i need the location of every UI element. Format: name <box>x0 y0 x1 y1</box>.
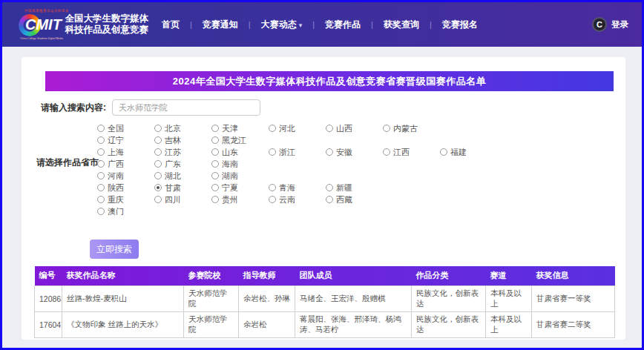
province-option[interactable]: 福建 <box>440 147 497 158</box>
radio-icon[interactable] <box>269 184 276 191</box>
province-option[interactable]: 海南 <box>211 159 269 170</box>
province-name: 陕西 <box>108 182 124 194</box>
province-option[interactable]: 山西 <box>326 123 383 134</box>
radio-icon[interactable] <box>154 148 162 156</box>
province-option[interactable]: 河北 <box>269 123 326 134</box>
radio-icon[interactable] <box>97 136 105 144</box>
province-option[interactable]: 贵州 <box>211 194 269 205</box>
nav-item-6[interactable]: 竞赛报名 <box>442 19 478 31</box>
radio-icon[interactable] <box>211 196 219 203</box>
province-option[interactable]: 湖南 <box>211 171 269 182</box>
table-cell: 天水师范学院 <box>184 311 239 337</box>
nav-item-5[interactable]: 获奖查询 <box>384 19 419 31</box>
province-row: 辽宁吉林黑龙江 <box>97 134 497 146</box>
radio-icon[interactable] <box>211 136 219 144</box>
province-option[interactable]: 陕西 <box>97 182 154 194</box>
nav-item-4[interactable]: 竞赛作品 <box>325 19 361 31</box>
province-name: 吉林 <box>165 135 181 146</box>
nav-separator: | <box>190 20 192 29</box>
province-name: 广西 <box>108 159 124 170</box>
province-option[interactable]: 北京 <box>154 123 211 134</box>
avatar[interactable]: C <box>592 17 607 32</box>
radio-icon[interactable] <box>97 148 105 156</box>
province-row: 广西广东海南 <box>97 158 497 170</box>
table-body: 120863丝路-敦煌-麦积山天水师范学院余岩松、孙琳马绪全、王宏洋、殷赠棋民族… <box>35 285 615 337</box>
province-option[interactable]: 湖北 <box>154 171 211 182</box>
province-option[interactable]: 云南 <box>269 194 326 205</box>
radio-icon[interactable] <box>97 184 105 191</box>
province-option[interactable]: 安徽 <box>326 147 383 158</box>
search-input[interactable] <box>112 99 260 116</box>
province-option[interactable]: 澳门 <box>97 206 154 217</box>
province-name: 福建 <box>450 147 467 158</box>
nav-item-3[interactable]: 大赛动态▾ <box>261 19 303 31</box>
radio-icon[interactable] <box>154 125 162 132</box>
province-option[interactable]: 江苏 <box>154 147 211 158</box>
nav-item-1[interactable]: 首页 <box>162 19 180 31</box>
radio-icon[interactable] <box>383 148 390 156</box>
radio-icon[interactable] <box>326 184 333 191</box>
province-option[interactable]: 河南 <box>97 171 154 182</box>
radio-icon[interactable] <box>326 196 333 203</box>
radio-icon[interactable] <box>97 208 105 215</box>
radio-icon[interactable] <box>211 172 219 179</box>
province-option[interactable]: 宁夏 <box>211 182 269 194</box>
radio-icon[interactable] <box>154 136 162 144</box>
radio-icon[interactable] <box>211 184 219 191</box>
province-option[interactable]: 新疆 <box>326 182 383 194</box>
radio-icon[interactable] <box>97 172 105 179</box>
radio-icon[interactable] <box>154 160 162 168</box>
nav-separator: | <box>249 20 251 29</box>
radio-icon[interactable] <box>211 160 219 168</box>
province-option[interactable]: 全国 <box>97 123 154 134</box>
radio-icon[interactable] <box>154 196 162 203</box>
radio-icon[interactable] <box>97 125 105 132</box>
province-option[interactable]: 甘肃 <box>154 182 211 194</box>
province-option[interactable]: 江西 <box>383 147 440 158</box>
column-header: 获奖作品名称 <box>62 266 184 285</box>
province-option[interactable]: 青海 <box>269 182 326 194</box>
radio-icon[interactable] <box>97 196 105 203</box>
nav-item-2[interactable]: 竞赛通知 <box>203 19 238 31</box>
search-label: 请输入搜索内容: <box>41 102 106 114</box>
radio-icon[interactable] <box>440 148 447 156</box>
province-option[interactable]: 西藏 <box>326 194 383 205</box>
province-option[interactable]: 四川 <box>154 194 211 205</box>
column-header: 编号 <box>35 266 62 285</box>
province-option[interactable]: 广西 <box>97 159 154 170</box>
province-option[interactable]: 吉林 <box>154 135 211 146</box>
search-row: 请输入搜索内容: <box>41 99 260 116</box>
radio-icon[interactable] <box>154 172 162 179</box>
table-cell: 民族文化，创新表达 <box>412 285 486 311</box>
province-option[interactable]: 黑龙江 <box>211 135 269 146</box>
province-name: 宁夏 <box>222 182 238 194</box>
radio-icon[interactable] <box>211 125 219 132</box>
logo[interactable]: 中国高等教育学会学科竞赛排行榜赛事 CMIT China College Stu… <box>19 8 148 41</box>
province-option[interactable]: 上海 <box>97 147 154 158</box>
province-name: 安徽 <box>336 147 352 158</box>
province-option[interactable]: 内蒙古 <box>383 123 440 134</box>
radio-icon[interactable] <box>383 125 390 132</box>
radio-icon[interactable] <box>211 148 219 156</box>
search-button[interactable]: 立即搜索 <box>90 240 139 259</box>
logo-tagline: 中国高等教育学会学科竞赛排行榜赛事 <box>24 9 68 13</box>
province-option[interactable]: 辽宁 <box>97 135 154 146</box>
radio-icon[interactable] <box>97 160 105 168</box>
radio-icon[interactable] <box>326 148 333 156</box>
province-name: 青海 <box>279 182 295 194</box>
province-option[interactable]: 山东 <box>211 147 269 158</box>
radio-icon[interactable] <box>154 184 162 191</box>
province-option[interactable]: 天津 <box>211 123 269 134</box>
province-option[interactable]: 重庆 <box>97 194 154 205</box>
login-button[interactable]: 登录 <box>611 19 628 30</box>
radio-icon[interactable] <box>269 148 276 156</box>
province-row: 澳门 <box>97 205 497 217</box>
province-row: 重庆四川贵州云南西藏 <box>97 194 497 205</box>
province-name: 湖南 <box>222 171 238 182</box>
login-area[interactable]: C 登录 <box>592 17 628 32</box>
radio-icon[interactable] <box>269 196 276 203</box>
radio-icon[interactable] <box>269 125 276 132</box>
radio-icon[interactable] <box>326 125 333 132</box>
province-option[interactable]: 浙江 <box>269 147 326 158</box>
province-option[interactable]: 广东 <box>154 159 211 170</box>
